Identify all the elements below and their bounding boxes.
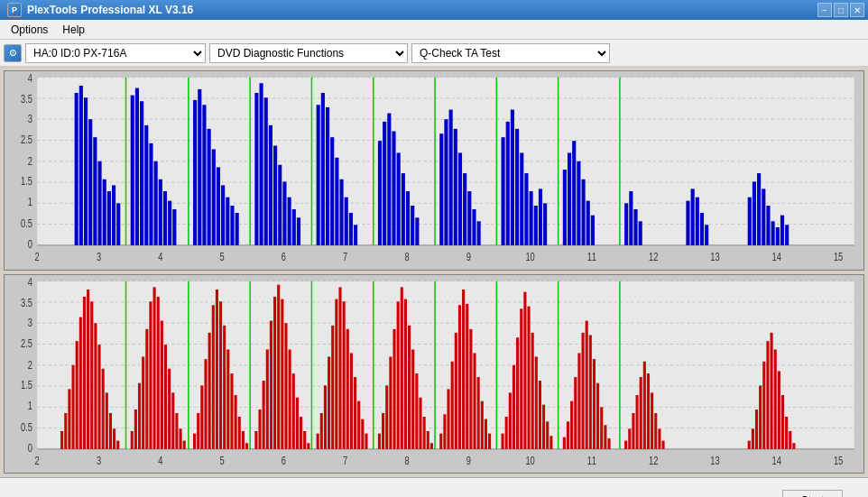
svg-rect-102 [458, 152, 462, 244]
svg-rect-224 [238, 416, 241, 448]
svg-rect-182 [72, 364, 75, 448]
svg-text:3: 3 [97, 251, 101, 262]
svg-rect-286 [481, 400, 484, 448]
svg-rect-143 [780, 216, 784, 245]
svg-text:15: 15 [834, 251, 843, 262]
svg-rect-34 [75, 93, 78, 245]
bottom-right: Start i [782, 490, 857, 498]
svg-rect-136 [748, 198, 752, 245]
svg-rect-117 [543, 203, 547, 245]
main-area: 4 3.5 3 2.5 2 1.5 1 0.5 0 2 3 4 5 6 7 8 … [0, 67, 868, 477]
drive-select[interactable]: HA:0 ID:0 PX-716A [25, 43, 206, 63]
svg-rect-338 [778, 371, 780, 448]
svg-rect-46 [135, 88, 139, 245]
svg-rect-85 [349, 213, 353, 245]
svg-rect-60 [212, 149, 216, 244]
svg-rect-98 [439, 133, 443, 245]
svg-rect-198 [138, 382, 141, 448]
svg-rect-133 [696, 198, 699, 245]
svg-text:14: 14 [772, 455, 781, 466]
drive-icon: ⊙ [4, 44, 22, 62]
svg-rect-275 [439, 433, 442, 448]
svg-rect-301 [542, 404, 545, 448]
svg-rect-213 [197, 412, 199, 448]
svg-rect-329 [661, 440, 664, 448]
svg-rect-75 [292, 209, 296, 245]
svg-rect-61 [217, 167, 220, 244]
svg-rect-81 [330, 137, 334, 245]
svg-rect-141 [771, 221, 775, 245]
minimize-button[interactable]: − [817, 3, 832, 17]
svg-rect-190 [102, 368, 105, 448]
svg-rect-94 [406, 191, 410, 245]
svg-rect-315 [600, 407, 603, 449]
svg-rect-70 [269, 125, 272, 245]
svg-rect-73 [282, 181, 286, 245]
svg-rect-196 [131, 430, 134, 448]
svg-text:2: 2 [35, 251, 40, 262]
svg-rect-202 [153, 287, 156, 449]
svg-rect-249 [335, 299, 337, 448]
svg-text:3: 3 [97, 455, 101, 466]
svg-text:0: 0 [28, 441, 32, 453]
svg-rect-328 [658, 428, 660, 449]
svg-text:1: 1 [28, 399, 32, 410]
svg-rect-36 [84, 97, 88, 245]
svg-text:10: 10 [525, 251, 534, 262]
svg-rect-223 [235, 395, 237, 449]
svg-rect-216 [208, 332, 211, 448]
svg-rect-311 [586, 320, 588, 448]
svg-rect-63 [226, 198, 229, 245]
svg-text:5: 5 [220, 251, 225, 262]
svg-rect-247 [328, 356, 330, 448]
svg-rect-335 [766, 341, 769, 449]
svg-rect-300 [539, 381, 541, 449]
svg-rect-230 [263, 381, 265, 449]
svg-rect-330 [748, 440, 751, 448]
svg-rect-340 [785, 416, 788, 448]
title-bar-controls[interactable]: − □ ✕ [817, 3, 864, 17]
svg-rect-104 [467, 191, 471, 245]
menu-options[interactable]: Options [4, 22, 55, 38]
svg-rect-189 [97, 345, 100, 449]
svg-rect-207 [171, 392, 174, 449]
test-select[interactable]: Q-Check TA Test [411, 43, 610, 63]
svg-rect-45 [131, 96, 134, 245]
svg-rect-231 [266, 349, 269, 448]
svg-rect-80 [326, 107, 329, 245]
svg-rect-110 [511, 110, 514, 245]
svg-rect-96 [415, 217, 419, 245]
svg-text:7: 7 [343, 455, 347, 466]
svg-rect-271 [423, 416, 426, 448]
svg-text:8: 8 [404, 455, 409, 466]
svg-rect-35 [79, 86, 83, 245]
svg-rect-115 [534, 206, 538, 245]
svg-rect-58 [202, 105, 206, 245]
svg-rect-131 [686, 201, 689, 245]
close-button[interactable]: ✕ [850, 3, 864, 17]
svg-rect-134 [700, 213, 704, 245]
maximize-button[interactable]: □ [834, 3, 848, 17]
title-bar-left: P PlexTools Professional XL V3.16 [7, 3, 193, 17]
svg-rect-248 [331, 325, 334, 448]
svg-rect-324 [643, 361, 646, 448]
svg-rect-72 [278, 165, 282, 245]
svg-rect-256 [361, 419, 364, 448]
start-button[interactable]: Start [782, 490, 843, 498]
svg-rect-281 [462, 289, 465, 448]
svg-rect-305 [563, 437, 566, 448]
svg-text:0.5: 0.5 [21, 217, 32, 229]
svg-rect-264 [397, 301, 400, 449]
menu-help[interactable]: Help [55, 22, 92, 38]
svg-rect-124 [586, 201, 590, 245]
svg-rect-308 [574, 377, 577, 449]
svg-text:11: 11 [587, 251, 596, 262]
svg-rect-221 [226, 349, 229, 448]
svg-rect-259 [378, 433, 381, 448]
function-select[interactable]: DVD Diagnostic Functions [209, 43, 408, 63]
svg-rect-295 [520, 308, 522, 449]
svg-rect-41 [107, 191, 111, 245]
svg-rect-239 [296, 397, 299, 448]
svg-rect-51 [159, 179, 162, 245]
svg-text:4: 4 [158, 251, 162, 262]
